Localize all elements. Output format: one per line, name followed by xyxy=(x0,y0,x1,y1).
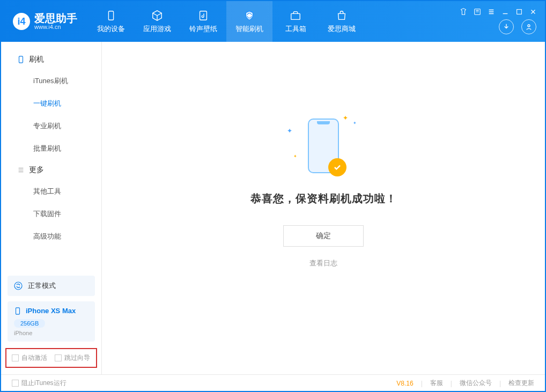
device-info-box[interactable]: iPhone XS Max 256GB iPhone xyxy=(8,301,95,342)
sidebar: 刷机 iTunes刷机 一键刷机 专业刷机 批量刷机 更多 其他工具 下载固件 … xyxy=(1,42,102,374)
status-bar: 阻止iTunes运行 V8.16 | 客服 | 微信公众号 | 检查更新 xyxy=(1,374,545,391)
sidebar-item-batch-flash[interactable]: 批量刷机 xyxy=(1,137,101,160)
device-icon xyxy=(105,9,117,22)
bag-icon xyxy=(335,9,348,22)
briefcase-icon xyxy=(289,9,302,22)
download-button[interactable] xyxy=(499,19,514,34)
svg-rect-6 xyxy=(19,56,23,63)
sparkle-icon: ✦ xyxy=(353,121,357,125)
refresh-shield-icon xyxy=(243,9,256,22)
logo-area: i4 爱思助手 www.i4.cn xyxy=(1,1,88,42)
sidebar-item-pro-flash[interactable]: 专业刷机 xyxy=(1,115,101,137)
device-mode-box[interactable]: 正常模式 xyxy=(8,276,95,296)
shirt-icon[interactable] xyxy=(459,8,468,16)
feedback-icon[interactable] xyxy=(473,8,482,16)
window-controls xyxy=(459,8,537,16)
user-button[interactable] xyxy=(521,19,536,34)
options-highlight-box: 自动激活 跳过向导 xyxy=(5,348,97,368)
svg-rect-0 xyxy=(108,11,113,20)
svg-rect-1 xyxy=(200,11,207,20)
list-icon xyxy=(17,166,25,174)
app-subtitle: www.i4.cn xyxy=(34,24,77,30)
sidebar-item-other-tools[interactable]: 其他工具 xyxy=(1,180,101,203)
close-button[interactable] xyxy=(529,8,537,16)
view-log-link[interactable]: 查看日志 xyxy=(309,258,337,268)
success-illustration: ✦ ✦ ✦ ✦ xyxy=(291,116,356,175)
capacity-badge: 256GB xyxy=(14,319,45,328)
phone-icon xyxy=(17,56,25,63)
svg-point-3 xyxy=(528,25,530,27)
footer-link-wechat[interactable]: 微信公众号 xyxy=(460,379,492,388)
checkbox-icon xyxy=(55,354,62,361)
checkbox-block-itunes[interactable]: 阻止iTunes运行 xyxy=(12,379,67,388)
nav-toolbox[interactable]: 工具箱 xyxy=(272,1,319,42)
sidebar-section-flash[interactable]: 刷机 xyxy=(1,49,101,70)
footer-link-support[interactable]: 客服 xyxy=(430,379,443,388)
cube-icon xyxy=(151,9,164,22)
success-message: 恭喜您，保资料刷机成功啦！ xyxy=(250,191,397,206)
checkbox-auto-activate[interactable]: 自动激活 xyxy=(12,353,47,363)
nav-ringtone-wallpaper[interactable]: 铃声壁纸 xyxy=(180,1,226,42)
footer-link-update[interactable]: 检查更新 xyxy=(508,379,534,388)
music-icon xyxy=(197,9,210,22)
app-header: i4 爱思助手 www.i4.cn 我的设备 应用游戏 铃声壁纸 智能刷机 工具… xyxy=(1,1,545,42)
main-nav: 我的设备 应用游戏 铃声壁纸 智能刷机 工具箱 爱思商城 xyxy=(88,1,365,42)
device-name-label: iPhone XS Max xyxy=(26,307,76,315)
nav-store[interactable]: 爱思商城 xyxy=(319,1,365,42)
sparkle-icon: ✦ xyxy=(343,114,348,122)
sidebar-item-itunes-flash[interactable]: iTunes刷机 xyxy=(1,70,101,92)
check-badge-icon xyxy=(328,158,346,176)
device-type-label: iPhone xyxy=(14,330,88,336)
device-small-icon xyxy=(14,307,21,315)
nav-my-device[interactable]: 我的设备 xyxy=(88,1,134,42)
svg-rect-8 xyxy=(16,307,20,314)
sidebar-item-advanced[interactable]: 高级功能 xyxy=(1,225,101,248)
menu-icon[interactable] xyxy=(487,8,496,16)
sidebar-item-download-firmware[interactable]: 下载固件 xyxy=(1,203,101,225)
phone-illustration xyxy=(308,119,339,173)
checkbox-icon xyxy=(12,380,19,387)
sparkle-icon: ✦ xyxy=(293,154,297,159)
app-title: 爱思助手 xyxy=(34,13,77,24)
logo-icon: i4 xyxy=(13,13,30,30)
main-content: ✦ ✦ ✦ ✦ 恭喜您，保资料刷机成功啦！ 确定 查看日志 xyxy=(102,42,545,374)
nav-apps-games[interactable]: 应用游戏 xyxy=(134,1,180,42)
minimize-button[interactable] xyxy=(501,8,510,16)
maximize-button[interactable] xyxy=(515,8,523,16)
ok-button[interactable]: 确定 xyxy=(283,225,364,247)
checkbox-skip-guide[interactable]: 跳过向导 xyxy=(55,353,90,363)
checkbox-icon xyxy=(12,354,19,361)
svg-rect-5 xyxy=(517,10,522,14)
svg-rect-2 xyxy=(291,13,300,19)
sparkle-icon: ✦ xyxy=(287,127,292,135)
svg-point-7 xyxy=(14,282,22,290)
nav-flash[interactable]: 智能刷机 xyxy=(226,1,272,42)
device-mode-label: 正常模式 xyxy=(28,281,56,291)
sidebar-item-one-click-flash[interactable]: 一键刷机 xyxy=(1,92,101,115)
sidebar-section-more[interactable]: 更多 xyxy=(1,160,101,180)
sync-icon xyxy=(14,282,23,290)
version-label: V8.16 xyxy=(396,380,413,387)
